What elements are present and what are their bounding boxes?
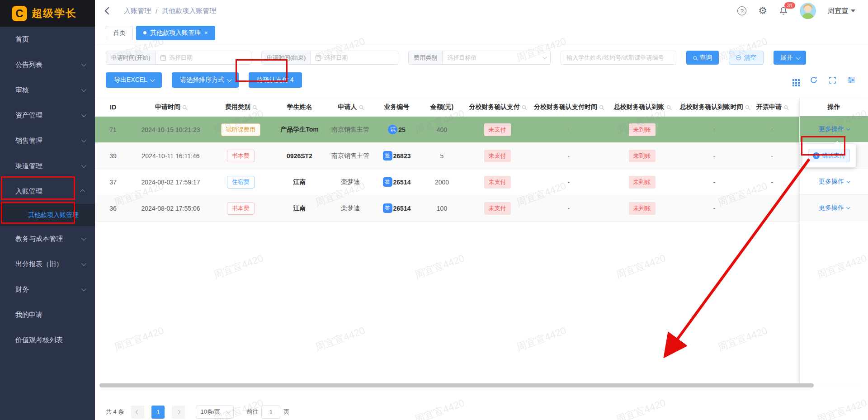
tab-home[interactable]: 首页 [106, 26, 133, 40]
table-row[interactable]: 71 2024-10-15 10:21:23 试听课费用 产品学生Tom 南京销… [95, 117, 799, 143]
sidebar-item-academic-cost[interactable]: 教务与成本管理 [0, 226, 95, 251]
sidebar-item-income[interactable]: 入账管理 [0, 179, 95, 204]
logo-text: 超级学长 [32, 6, 77, 20]
prev-page-button[interactable] [131, 406, 144, 419]
goto-label: 前往 [246, 408, 258, 416]
goto-suffix: 页 [283, 408, 289, 416]
col-invoice: 开票申请 [750, 98, 793, 117]
chevron-down-icon [81, 236, 86, 241]
fee-type-group: 费用类别 选择目标值 [408, 51, 551, 65]
breadcrumb-section[interactable]: 入账管理 [124, 7, 151, 15]
grid-view-icon[interactable] [793, 79, 794, 81]
status-badge: 未支付 [484, 123, 511, 136]
clear-button[interactable]: 清空 [729, 51, 764, 65]
table-row[interactable]: 36 2024-08-02 17:55:06 书本费 江南 栾梦迪 签26514… [95, 195, 799, 222]
tab-label: 其他款项入账管理 [150, 29, 201, 37]
table-row[interactable]: 37 2024-08-02 17:59:17 住宿费 江南 栾梦迪 签26514… [95, 169, 799, 195]
end-date-picker[interactable]: 选择日期 [311, 51, 398, 64]
active-dot-icon [143, 31, 146, 34]
chevron-down-icon [796, 54, 801, 59]
tab-other-income[interactable]: 其他款项入账管理 × [136, 26, 215, 40]
page-size-value: 10条/页 [200, 408, 220, 416]
status-badge: 未到账 [629, 202, 656, 215]
status-badge: 未到账 [629, 123, 656, 136]
confirm-pay-button[interactable]: ¥ 确认支付 [808, 149, 850, 162]
help-icon[interactable]: ? [737, 6, 746, 15]
col-apply-time: 申请时间 [131, 98, 210, 117]
bell-icon[interactable]: 31 [779, 6, 788, 15]
filter-bar: 申请时间(开始) 选择日期 申请时间(结束) 选择日期 费用类别 选择目标值 [95, 44, 868, 65]
gear-icon[interactable]: ⚙ [758, 5, 767, 17]
end-date-label: 申请时间(结束) [262, 51, 311, 64]
calendar-icon [316, 55, 321, 61]
chevron-down-icon [81, 286, 86, 291]
next-page-button[interactable] [172, 406, 185, 419]
horizontal-scrollbar[interactable] [99, 383, 814, 387]
search-icon[interactable] [183, 105, 186, 109]
more-actions-popup: ¥ 确认支付 [802, 144, 856, 167]
sidebar-item-score-report[interactable]: 出分报表（旧） [0, 251, 95, 277]
start-date-picker[interactable]: 选择日期 [156, 51, 251, 64]
search-icon[interactable] [253, 105, 256, 109]
start-date-label: 申请时间(开始) [106, 51, 156, 64]
breadcrumb: 入账管理 / 其他款项入账管理 [124, 7, 216, 15]
user-name: 周宜宣 [828, 7, 848, 15]
search-icon[interactable] [745, 105, 749, 109]
column-settings-icon[interactable] [847, 76, 855, 84]
sidebar-item-announcements[interactable]: 公告列表 [0, 52, 95, 77]
topbar-right: ? ⚙ 31 周宜宣 [737, 3, 855, 19]
user-menu[interactable]: 周宜宣 [828, 7, 855, 15]
goto-page-input[interactable] [261, 406, 280, 419]
export-excel-button[interactable]: 导出EXCEL [106, 72, 162, 88]
notification-badge: 31 [784, 2, 795, 9]
more-actions-link[interactable]: 更多操作 [819, 178, 849, 186]
clear-icon [736, 55, 741, 60]
fee-type-select[interactable]: 选择目标值 [443, 51, 550, 64]
query-button[interactable]: 查询 [686, 51, 719, 65]
page-number-button[interactable]: 1 [151, 406, 165, 419]
chevron-right-icon [176, 410, 181, 414]
sidebar-item-assets[interactable]: 资产管理 [0, 103, 95, 128]
search-icon[interactable] [522, 105, 526, 109]
avatar[interactable] [800, 3, 816, 19]
expand-button[interactable]: 展开 [774, 51, 806, 65]
sidebar-item-sales[interactable]: 销售管理 [0, 128, 95, 153]
sidebar-item-channel[interactable]: 渠道管理 [0, 153, 95, 179]
confirm-pay-icon: ¥ [813, 152, 820, 159]
pending-confirm-button[interactable]: 待确认支付 4 [249, 72, 302, 88]
trial-badge-icon: 试 [388, 125, 397, 134]
sidebar-subitem-label: 其他款项入账管理 [28, 211, 79, 219]
sidebar-item-audit[interactable]: 审核 [0, 77, 95, 103]
refresh-icon[interactable] [810, 76, 818, 84]
col-fee-type: 费用类别 [210, 98, 271, 117]
search-icon [693, 56, 697, 60]
page-size-select[interactable]: 10条/页 [196, 406, 234, 419]
sidebar-item-home[interactable]: 首页 [0, 27, 95, 52]
sidebar-item-label: 销售管理 [15, 137, 42, 145]
fullscreen-icon[interactable] [829, 76, 836, 84]
back-icon[interactable] [105, 7, 113, 15]
col-hq-recv-time: 总校财务确认到账时间 [678, 98, 750, 117]
end-date-group: 申请时间(结束) 选择日期 [261, 51, 399, 65]
close-icon[interactable]: × [204, 29, 208, 36]
search-icon[interactable] [667, 105, 670, 109]
sidebar-item-my-applications[interactable]: 我的申请 [0, 302, 95, 327]
search-input[interactable] [561, 51, 676, 65]
chevron-down-icon [81, 87, 86, 92]
table-area: ID 申请时间 费用类别 学生姓名 申请人 业务编号 金额(元) 分校财务确认支… [95, 98, 868, 386]
sidebar-item-label: 资产管理 [15, 111, 42, 120]
col-branch-pay: 分校财务确认支付 [463, 98, 531, 117]
table-row[interactable]: 39 2024-10-11 16:11:46 书本费 0926ST2 南京销售主… [95, 143, 799, 169]
more-actions-link[interactable]: 更多操作 [819, 125, 849, 133]
sidebar-subitem-other-income[interactable]: 其他款项入账管理 [0, 204, 95, 226]
search-icon[interactable] [359, 105, 363, 109]
sidebar-item-values-assessment[interactable]: 价值观考核列表 [0, 327, 95, 353]
app-window: C 超级学长 首页 公告列表 审核 资产管理 销售管理 渠道管理 入账管理 其他… [0, 0, 868, 420]
fee-type-tag: 书本费 [227, 150, 255, 162]
search-icon[interactable] [599, 105, 603, 109]
search-icon[interactable] [784, 105, 788, 109]
sidebar-item-finance[interactable]: 财务 [0, 277, 95, 302]
sidebar-item-label: 教务与成本管理 [15, 235, 63, 243]
sort-select-button[interactable]: 请选择排序方式 [172, 72, 239, 88]
more-actions-link[interactable]: 更多操作 [819, 204, 849, 212]
